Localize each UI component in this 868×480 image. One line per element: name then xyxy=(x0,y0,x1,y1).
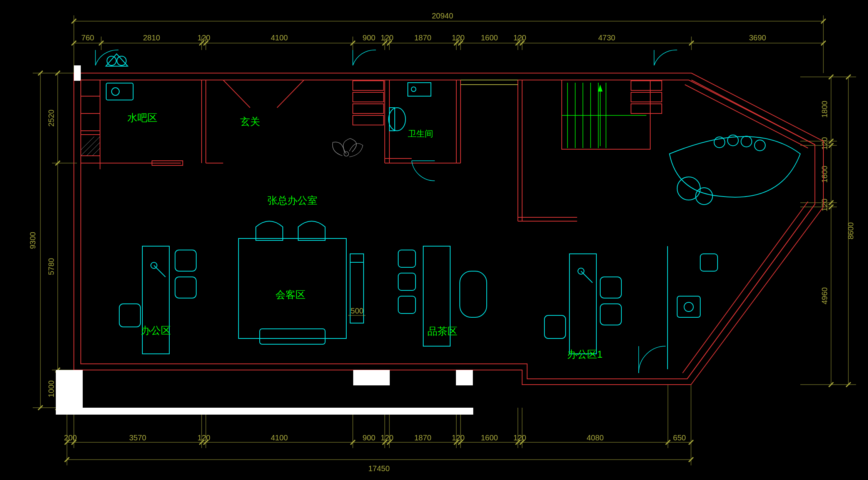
svg-text:900: 900 xyxy=(362,433,375,442)
svg-text:1600: 1600 xyxy=(481,433,498,442)
svg-text:1870: 1870 xyxy=(414,33,432,42)
svg-line-136 xyxy=(81,137,94,150)
dim-top-segments: 760 2810 120 4100 900 120 1870 120 1600 … xyxy=(72,33,826,50)
svg-rect-222 xyxy=(677,296,700,317)
svg-rect-127 xyxy=(74,65,81,81)
label-foyer: 玄关 xyxy=(240,116,260,127)
svg-rect-166 xyxy=(631,92,662,102)
svg-rect-206 xyxy=(398,250,416,267)
svg-text:120: 120 xyxy=(820,137,829,150)
svg-rect-124 xyxy=(353,370,390,385)
svg-text:5780: 5780 xyxy=(47,258,55,275)
svg-text:4080: 4080 xyxy=(587,433,604,442)
svg-point-154 xyxy=(389,108,406,131)
walls-interior xyxy=(81,80,815,385)
room-labels: 水吧区 玄关 卫生间 张总办公室 办公区 会客区 品茶区 办公区1 xyxy=(127,112,603,360)
svg-text:650: 650 xyxy=(673,433,686,442)
svg-text:120: 120 xyxy=(197,433,210,442)
svg-rect-159 xyxy=(353,115,384,125)
svg-marker-183 xyxy=(598,85,603,92)
svg-rect-123 xyxy=(56,370,83,408)
dim-top-total: 20940 xyxy=(72,12,826,73)
svg-text:120: 120 xyxy=(381,33,393,42)
svg-point-220 xyxy=(741,136,752,147)
svg-text:1800: 1800 xyxy=(820,101,829,118)
svg-rect-224 xyxy=(700,254,718,271)
label-bar: 水吧区 xyxy=(127,112,157,123)
svg-text:9300: 9300 xyxy=(28,232,37,249)
furniture: 500 xyxy=(106,54,800,369)
label-meeting: 会客区 xyxy=(275,289,305,300)
svg-line-215 xyxy=(581,271,593,283)
svg-line-135 xyxy=(81,137,100,156)
svg-rect-202 xyxy=(350,254,364,262)
svg-text:1600: 1600 xyxy=(481,33,498,42)
svg-text:1600: 1600 xyxy=(820,166,829,183)
svg-line-171 xyxy=(687,204,815,379)
svg-rect-194 xyxy=(175,250,196,271)
dim-top-total-val: 20940 xyxy=(432,12,453,20)
doors xyxy=(95,50,677,373)
svg-line-138 xyxy=(92,148,100,156)
svg-line-142 xyxy=(223,80,250,108)
dim-right: 8600 1800 120 1600 120 4960 xyxy=(800,75,856,387)
svg-text:120: 120 xyxy=(381,433,393,442)
label-wc: 卫生间 xyxy=(408,129,433,138)
svg-text:4960: 4960 xyxy=(820,287,829,305)
svg-rect-158 xyxy=(353,104,384,113)
svg-rect-199 xyxy=(239,238,346,338)
label-director: 张总办公室 xyxy=(267,195,317,206)
svg-rect-207 xyxy=(398,273,416,290)
svg-point-219 xyxy=(728,135,738,146)
label-office1: 办公区1 xyxy=(567,348,603,360)
svg-text:120: 120 xyxy=(197,33,210,42)
svg-text:8600: 8600 xyxy=(846,222,855,240)
svg-line-170 xyxy=(691,80,815,145)
svg-rect-165 xyxy=(631,81,662,90)
svg-text:3570: 3570 xyxy=(129,433,147,442)
svg-text:120: 120 xyxy=(452,33,464,42)
svg-rect-211 xyxy=(600,277,621,298)
svg-point-192 xyxy=(117,56,126,65)
svg-point-216 xyxy=(677,177,700,200)
svg-text:4100: 4100 xyxy=(271,433,288,442)
svg-point-153 xyxy=(411,87,416,92)
svg-rect-209 xyxy=(460,271,487,317)
label-office: 办公区 xyxy=(141,325,171,336)
svg-point-190 xyxy=(112,88,119,95)
svg-rect-156 xyxy=(353,81,384,90)
svg-text:500: 500 xyxy=(351,307,363,315)
svg-rect-208 xyxy=(398,296,416,313)
svg-text:760: 760 xyxy=(81,33,94,42)
svg-rect-157 xyxy=(353,92,384,102)
svg-text:2810: 2810 xyxy=(143,33,160,42)
svg-rect-195 xyxy=(175,277,196,298)
svg-point-191 xyxy=(107,56,116,65)
svg-line-137 xyxy=(87,142,100,156)
svg-rect-193 xyxy=(142,246,169,354)
svg-point-217 xyxy=(696,188,713,205)
svg-rect-155 xyxy=(389,108,395,131)
svg-line-143 xyxy=(277,80,304,108)
svg-text:120: 120 xyxy=(513,433,526,442)
svg-rect-196 xyxy=(119,304,140,327)
svg-text:2520: 2520 xyxy=(47,110,55,127)
svg-rect-213 xyxy=(544,315,566,338)
svg-rect-212 xyxy=(600,304,621,325)
svg-rect-167 xyxy=(631,104,662,113)
svg-text:1870: 1870 xyxy=(414,433,432,442)
svg-rect-200 xyxy=(260,329,325,344)
svg-rect-126 xyxy=(56,408,473,415)
svg-line-198 xyxy=(154,265,165,277)
walls-outer xyxy=(56,65,823,415)
svg-point-223 xyxy=(684,302,693,312)
svg-text:1000: 1000 xyxy=(47,380,55,398)
svg-text:200: 200 xyxy=(64,433,77,442)
label-tea: 品茶区 xyxy=(427,325,457,337)
svg-text:120: 120 xyxy=(452,433,464,442)
svg-text:4730: 4730 xyxy=(598,33,616,42)
svg-text:4100: 4100 xyxy=(271,33,288,42)
svg-point-221 xyxy=(754,140,765,151)
svg-text:17450: 17450 xyxy=(368,464,390,473)
svg-line-172 xyxy=(685,85,808,148)
